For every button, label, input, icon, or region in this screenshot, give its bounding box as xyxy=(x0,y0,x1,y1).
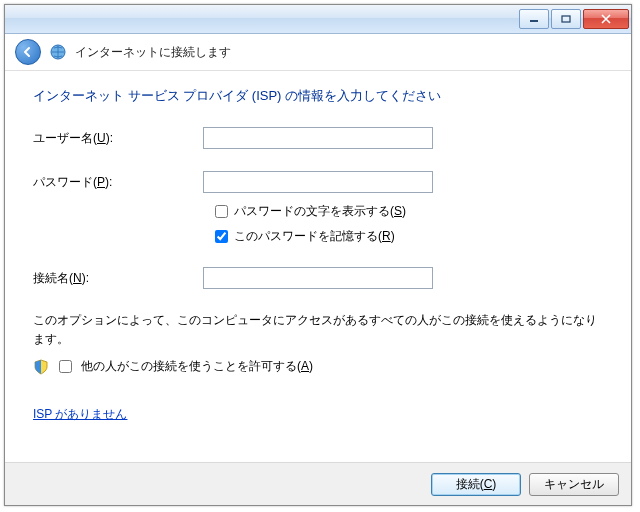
connect-post: ) xyxy=(492,477,496,491)
show-password-post: ) xyxy=(402,204,406,218)
password-accel: P xyxy=(97,175,105,189)
shield-icon xyxy=(33,359,49,375)
show-password-pre: パスワードの文字を表示する( xyxy=(234,204,394,218)
minimize-button[interactable] xyxy=(519,9,549,29)
close-button[interactable] xyxy=(583,9,629,29)
wizard-header: インターネットに接続します xyxy=(5,34,631,71)
username-row: ユーザー名(U): xyxy=(33,127,603,149)
password-input[interactable] xyxy=(203,171,433,193)
allow-others-label: 他の人がこの接続を使うことを許可する(A) xyxy=(81,358,313,375)
titlebar xyxy=(5,5,631,34)
allow-others-pre: 他の人がこの接続を使うことを許可する( xyxy=(81,359,301,373)
allow-others-accel: A xyxy=(301,359,309,373)
show-password-checkbox[interactable] xyxy=(215,205,228,218)
password-row: パスワード(P): xyxy=(33,171,603,193)
remember-password-row: このパスワードを記憶する(R) xyxy=(215,228,603,245)
username-accel: U xyxy=(97,131,106,145)
remember-password-post: ) xyxy=(391,229,395,243)
show-password-accel: S xyxy=(394,204,402,218)
password-label-pre: パスワード( xyxy=(33,175,97,189)
connect-button[interactable]: 接続(C) xyxy=(431,473,521,496)
svg-rect-1 xyxy=(562,16,570,22)
maximize-button[interactable] xyxy=(551,9,581,29)
remember-password-pre: このパスワードを記憶する( xyxy=(234,229,382,243)
username-input[interactable] xyxy=(203,127,433,149)
connection-label-pre: 接続名( xyxy=(33,271,73,285)
back-button[interactable] xyxy=(15,39,41,65)
password-label-post: ): xyxy=(105,175,112,189)
no-isp-link[interactable]: ISP がありません xyxy=(33,406,127,423)
remember-password-label: このパスワードを記憶する(R) xyxy=(234,228,395,245)
remember-password-accel: R xyxy=(382,229,391,243)
allow-others-row: 他の人がこの接続を使うことを許可する(A) xyxy=(33,357,603,376)
connect-pre: 接続( xyxy=(456,477,484,491)
instruction-text: インターネット サービス プロバイダ (ISP) の情報を入力してください xyxy=(33,87,603,105)
wizard-title: インターネットに接続します xyxy=(75,44,231,61)
username-label-pre: ユーザー名( xyxy=(33,131,97,145)
allow-others-note: このオプションによって、このコンピュータにアクセスがあるすべての人がこの接続を使… xyxy=(33,311,603,349)
wizard-footer: 接続(C) キャンセル xyxy=(5,462,631,505)
wizard-body: インターネット サービス プロバイダ (ISP) の情報を入力してください ユー… xyxy=(5,71,631,462)
connection-name-label: 接続名(N): xyxy=(33,270,203,287)
network-wizard-icon xyxy=(49,43,67,61)
username-label: ユーザー名(U): xyxy=(33,130,203,147)
username-label-post: ): xyxy=(106,131,113,145)
show-password-label: パスワードの文字を表示する(S) xyxy=(234,203,406,220)
password-label: パスワード(P): xyxy=(33,174,203,191)
arrow-left-icon xyxy=(22,46,34,58)
connection-name-row: 接続名(N): xyxy=(33,267,603,289)
allow-others-post: ) xyxy=(309,359,313,373)
show-password-row: パスワードの文字を表示する(S) xyxy=(215,203,603,220)
wizard-window: インターネットに接続します インターネット サービス プロバイダ (ISP) の… xyxy=(4,4,632,506)
remember-password-checkbox[interactable] xyxy=(215,230,228,243)
connection-name-input[interactable] xyxy=(203,267,433,289)
allow-others-checkbox[interactable] xyxy=(59,360,72,373)
cancel-button[interactable]: キャンセル xyxy=(529,473,619,496)
connection-label-post: ): xyxy=(82,271,89,285)
connection-accel: N xyxy=(73,271,82,285)
svg-rect-0 xyxy=(530,20,538,22)
